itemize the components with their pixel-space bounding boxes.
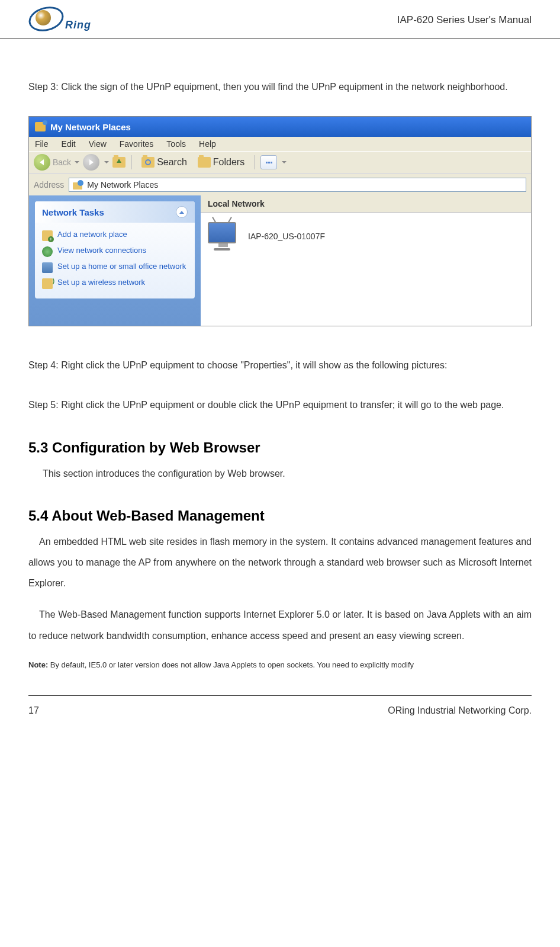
network-tasks-panel: Network Tasks Add a network place View n… (35, 201, 195, 298)
explorer-body: Network Tasks Add a network place View n… (29, 195, 531, 326)
network-places-icon (73, 180, 83, 190)
network-places-icon (35, 122, 46, 131)
toolbar: Back Search Folders (29, 151, 531, 174)
panel-title: Network Tasks (42, 207, 104, 217)
heading-5-3: 5.3 Configuration by Web Browser (28, 439, 532, 456)
address-label: Address (34, 180, 64, 190)
heading-5-4: 5.4 About Web-Based Management (28, 508, 532, 524)
window-titlebar[interactable]: My Network Places (29, 117, 531, 137)
menu-file[interactable]: File (35, 139, 49, 149)
menu-view[interactable]: View (89, 139, 107, 149)
search-button[interactable]: Search (138, 156, 191, 169)
task-label: Set up a wireless network (57, 278, 145, 288)
task-wireless-network[interactable]: Set up a wireless network (42, 275, 188, 291)
section-5-3-intro: This section introduces the configuratio… (43, 463, 532, 484)
wireless-icon (42, 278, 53, 289)
note-label: Note: (28, 660, 48, 669)
page-header: Ring IAP-620 Series User's Manual (0, 0, 560, 38)
step-4-text: Step 4: Right click the UPnP equipment t… (28, 355, 532, 375)
search-icon (141, 157, 155, 168)
step-3-text: Step 3: Click the sign of the UPnP equip… (28, 76, 532, 97)
folders-label: Folders (213, 157, 244, 168)
pc-icon (42, 262, 53, 273)
device-label: IAP-620_US-01007F (248, 232, 325, 241)
address-input[interactable]: My Network Places (69, 178, 526, 192)
address-bar: Address My Network Places (29, 174, 531, 195)
task-label: Add a network place (57, 230, 127, 240)
panel-header[interactable]: Network Tasks (35, 201, 195, 223)
separator (254, 155, 255, 169)
footer-company: ORing Industrial Networking Corp. (388, 705, 532, 716)
logo: Ring (28, 7, 91, 33)
task-view-connections[interactable]: View network connections (42, 243, 188, 259)
window-title: My Network Places (50, 122, 131, 132)
views-button[interactable] (260, 155, 277, 169)
section-5-4-p2: The Web-Based Management function suppor… (28, 604, 532, 646)
menu-tools[interactable]: Tools (166, 139, 186, 149)
chevron-down-icon (104, 161, 109, 163)
document-title: IAP-620 Series User's Manual (397, 14, 532, 26)
address-value: My Network Places (87, 180, 158, 190)
separator (131, 155, 132, 169)
tasks-sidebar: Network Tasks Add a network place View n… (29, 195, 201, 326)
menu-edit[interactable]: Edit (62, 139, 76, 149)
menu-favorites[interactable]: Favorites (120, 139, 154, 149)
page-number: 17 (28, 705, 39, 716)
task-home-network[interactable]: Set up a home or small office network (42, 259, 188, 275)
task-label: Set up a home or small office network (57, 262, 186, 272)
chevron-down-icon (75, 161, 79, 163)
add-place-icon (42, 230, 53, 241)
screenshot-figure: My Network Places File Edit View Favorit… (28, 116, 532, 326)
task-add-place[interactable]: Add a network place (42, 227, 188, 243)
forward-button[interactable] (83, 154, 99, 171)
section-header: Local Network (201, 195, 531, 213)
logo-icon (28, 7, 70, 33)
search-label: Search (157, 157, 187, 168)
chevron-down-icon (282, 161, 287, 163)
task-label: View network connections (57, 246, 146, 256)
back-icon (34, 154, 50, 171)
globe-icon (42, 246, 53, 257)
menu-help[interactable]: Help (199, 139, 216, 149)
note-text: Note: By default, IE5.0 or later version… (28, 658, 532, 672)
menubar: File Edit View Favorites Tools Help (29, 137, 531, 151)
task-list: Add a network place View network connect… (35, 223, 195, 298)
step-5-text: Step 5: Right click the UPnP equipment o… (28, 394, 532, 415)
device-icon (208, 222, 236, 251)
up-button[interactable] (112, 157, 125, 168)
folders-button[interactable]: Folders (194, 156, 248, 169)
note-body: By default, IE5.0 or later version does … (48, 660, 414, 669)
folder-icon (198, 157, 211, 168)
back-label: Back (53, 158, 71, 167)
page-footer: 17 ORing Industrial Networking Corp. (28, 695, 532, 735)
content: Step 3: Click the sign of the UPnP equip… (0, 38, 560, 686)
main-area: Local Network IAP-620_US-01007F (201, 195, 531, 326)
collapse-icon (176, 206, 188, 218)
section-5-4-p1: An embedded HTML web site resides in fla… (28, 531, 532, 594)
device-item[interactable]: IAP-620_US-01007F (201, 213, 531, 260)
back-button[interactable]: Back (34, 154, 79, 171)
